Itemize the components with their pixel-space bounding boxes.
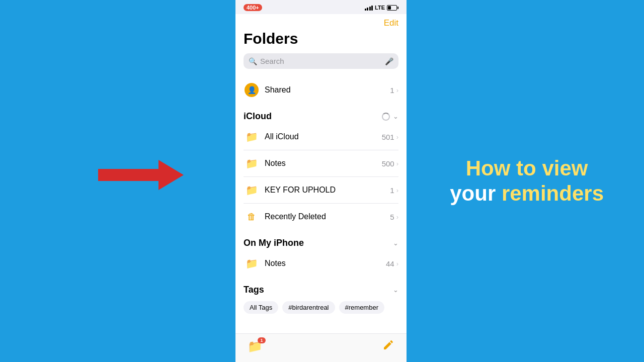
icloud-chevron-down[interactable]: ⌄ (393, 113, 398, 120)
tags-title: Tags (244, 285, 264, 295)
on-my-iphone-chevron-down[interactable]: ⌄ (393, 239, 398, 247)
header: Edit (235, 14, 407, 28)
notes-local-row[interactable]: 📁 Notes 44 › (244, 250, 398, 277)
notes-icloud-label: Notes (265, 159, 382, 168)
notes-icloud-chevron: › (396, 160, 398, 167)
signal-bars (365, 5, 373, 11)
right-text-line2-highlight: reminders (502, 182, 604, 205)
shared-section: 👤 Shared 1 › (235, 77, 407, 103)
folders-title: Folders (235, 28, 407, 53)
key-for-uphold-folder-icon: 📁 (246, 184, 258, 196)
battery-icon (387, 5, 398, 11)
trash-icon: 🗑 (247, 212, 256, 222)
all-icloud-chevron: › (396, 133, 398, 141)
recently-deleted-chevron: › (396, 213, 398, 221)
key-for-uphold-icon-wrap: 📁 (244, 182, 260, 198)
shared-label: Shared (265, 85, 390, 95)
shared-person-icon: 👤 (245, 83, 259, 97)
battery-body (387, 5, 397, 11)
key-for-uphold-label: KEY FOR UPHOLD (265, 186, 390, 195)
signal-bar-4 (371, 6, 373, 11)
shared-row[interactable]: 👤 Shared 1 › (244, 77, 398, 103)
notes-local-count: 44 (386, 259, 394, 268)
iphone-frame: 400+ LTE Edit Folders (235, 0, 407, 362)
lte-label: LTE (375, 5, 385, 11)
tags-chips-list: All Tags #birdarentreal #remember (244, 297, 398, 322)
search-placeholder: Search (260, 57, 382, 65)
search-bar[interactable]: 🔍 Search 🎤 (244, 53, 398, 69)
tag-chip-birdarentreal[interactable]: #birdarentreal (282, 301, 335, 314)
all-icloud-folder-icon: 📁 (246, 131, 258, 143)
on-my-iphone-title: On My iPhone (244, 238, 304, 248)
status-bar-right: LTE (365, 5, 398, 11)
all-icloud-count: 501 (382, 133, 394, 141)
red-arrow (98, 160, 184, 192)
key-for-uphold-row[interactable]: 📁 KEY FOR UPHOLD 1 › (244, 177, 398, 204)
battery-fill (388, 6, 391, 10)
notes-local-chevron: › (396, 260, 398, 267)
notes-icloud-count: 500 (382, 159, 394, 168)
recently-deleted-label: Recently Deleted (265, 212, 390, 221)
notes-icloud-icon-wrap: 📁 (244, 155, 260, 171)
recently-deleted-count: 5 (390, 213, 394, 221)
key-for-uphold-chevron: › (396, 187, 398, 194)
notes-icloud-folder-icon: 📁 (246, 157, 258, 169)
bottom-toolbar: 📁 1 (235, 333, 407, 362)
icloud-controls: ⌄ (382, 113, 398, 121)
loading-spinner (382, 113, 390, 121)
notes-local-label: Notes (265, 259, 386, 268)
notification-badge: 400+ (244, 4, 262, 11)
status-bar-left: 400+ (244, 4, 262, 11)
icloud-title: iCloud (244, 111, 272, 122)
status-bar: 400+ LTE (235, 0, 407, 14)
all-icloud-label: All iCloud (265, 132, 382, 141)
notes-local-folder-icon: 📁 (246, 257, 258, 269)
key-for-uphold-count: 1 (390, 186, 394, 195)
shared-count: 1 (390, 86, 394, 95)
main-content: Edit Folders 🔍 Search 🎤 👤 Shared 1 › iCl… (235, 14, 407, 333)
folder-toolbar-icon[interactable]: 📁 1 (248, 339, 263, 353)
on-my-iphone-items: 📁 Notes 44 › (235, 250, 407, 277)
all-icloud-icon-wrap: 📁 (244, 129, 260, 145)
tag-chip-remember[interactable]: #remember (339, 301, 384, 314)
compose-toolbar-icon[interactable] (382, 339, 394, 354)
shared-chevron: › (396, 86, 398, 94)
shared-icon-wrap: 👤 (244, 82, 260, 98)
signal-bar-2 (367, 8, 368, 11)
search-icon: 🔍 (249, 57, 257, 65)
recently-deleted-row[interactable]: 🗑 Recently Deleted 5 › (244, 204, 398, 230)
signal-bar-1 (365, 9, 366, 11)
tags-chips-container: All Tags #birdarentreal #remember (235, 297, 407, 322)
battery-tip (397, 7, 398, 9)
right-side-text: How to view your reminders (450, 156, 604, 207)
right-text-line1: How to view (466, 156, 588, 180)
signal-bar-3 (369, 7, 371, 11)
edit-button[interactable]: Edit (384, 18, 398, 28)
microphone-icon[interactable]: 🎤 (385, 57, 393, 65)
all-icloud-row[interactable]: 📁 All iCloud 501 › (244, 124, 398, 150)
recently-deleted-icon-wrap: 🗑 (244, 209, 260, 225)
on-my-iphone-section-header: On My iPhone ⌄ (235, 230, 407, 250)
icloud-section-header: iCloud ⌄ (235, 103, 407, 124)
notes-local-icon-wrap: 📁 (244, 255, 260, 272)
tag-chip-all-tags[interactable]: All Tags (244, 301, 278, 314)
tags-chevron-down[interactable]: ⌄ (393, 286, 398, 294)
notes-icloud-row[interactable]: 📁 Notes 500 › (244, 150, 398, 177)
svg-marker-0 (98, 160, 184, 190)
tags-section-header: Tags ⌄ (235, 277, 407, 297)
icloud-items: 📁 All iCloud 501 › 📁 Notes 500 › 📁 KEY F… (235, 124, 407, 230)
folder-toolbar-badge: 1 (258, 337, 266, 343)
